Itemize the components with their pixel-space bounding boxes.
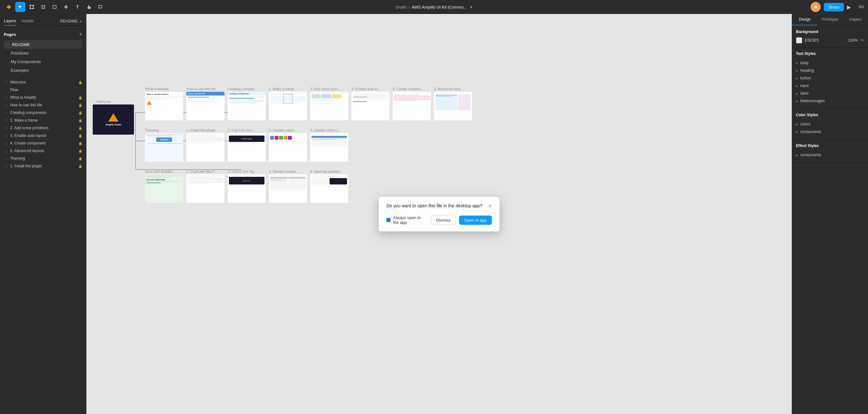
tab-prototype[interactable]: Prototype — [817, 14, 843, 25]
color-style-colors[interactable]: ▶ colors — [796, 120, 864, 128]
comment-tool-button[interactable] — [95, 2, 105, 12]
page-item-examples[interactable]: Examples — [4, 66, 82, 74]
layer-flow[interactable]: ⋯ Flow — [0, 86, 86, 94]
enable-auto-thumb: Enable auto layout — [351, 92, 390, 120]
log-in-frame: 2. Log in to your ... Amplify Studio — [228, 128, 266, 162]
make-frame-frame: 1. Make a frame — [269, 87, 307, 120]
menu-button[interactable] — [4, 2, 14, 12]
pages-title: Pages — [4, 32, 16, 37]
creating-components-label: Creating compon... — [228, 87, 266, 91]
background-title: Background — [796, 30, 864, 34]
frame-tool-button[interactable] — [38, 2, 48, 12]
page-item-my-components[interactable]: My Components — [4, 58, 82, 66]
text-style-heading[interactable]: ▶ heading — [796, 67, 864, 74]
layer-make-frame[interactable]: ⬚ 1. Make a frame 🔒 — [0, 117, 86, 124]
frame-icon-small: ⬚ — [93, 100, 96, 103]
svg-rect-2 — [33, 5, 34, 6]
review-frame-group: 3. Review compo... — [269, 169, 307, 203]
what-is-amplify-label: What is Amplify — [145, 87, 183, 91]
dialog-close-button[interactable]: × — [488, 203, 492, 209]
lock-icon: 🔒 — [79, 134, 82, 137]
syncing-updates-frame: 4. Syncing updates — [310, 169, 348, 203]
background-color-swatch[interactable] — [796, 37, 802, 43]
make-frame-thumb — [269, 92, 307, 120]
tab-assets[interactable]: Assets — [21, 17, 34, 26]
sync-frame-group: Sync with Amplify... Sync with Amplify S… — [145, 169, 183, 203]
review-label: 3. Review compo... — [269, 169, 307, 173]
hand-tool-button[interactable] — [84, 2, 94, 12]
add-page-button[interactable]: + — [79, 31, 82, 38]
layer-what-is-amplify[interactable]: ⬚ What is Amplify 🔒 — [0, 94, 86, 101]
layer-add-primitives[interactable]: ⬚ 2. Add some primitives 🔒 — [0, 124, 86, 132]
color-style-components[interactable]: ▶ components — [796, 128, 864, 135]
layer-creating-components[interactable]: ⬚ Creating components 🔒 — [0, 109, 86, 117]
tab-design[interactable]: Design — [792, 14, 817, 25]
dialog-footer: Always open in the app Dismiss Open in a… — [386, 215, 492, 225]
page-item-readme[interactable]: ✓ README — [4, 40, 82, 49]
eye-icon[interactable]: 👁 — [860, 38, 864, 42]
layer-enable-auto[interactable]: ⬚ 3. Enable auto-layout 🔒 — [0, 132, 86, 139]
text-style-body[interactable]: ▶ body — [796, 59, 864, 67]
layer-install-plugin[interactable]: ⬚ 1. Install the plugin 🔒 — [0, 162, 86, 170]
svg-rect-1 — [30, 5, 31, 6]
tab-layers[interactable]: Layers — [4, 17, 16, 26]
frame-icon: ⬚ — [4, 149, 8, 153]
drafts-link[interactable]: Drafts — [396, 5, 407, 9]
pages-header: Pages + — [4, 29, 82, 40]
page-breadcrumb[interactable]: README ▲ — [60, 17, 82, 26]
amplify-logo-icon — [108, 113, 118, 122]
text-style-label[interactable]: ▶ label — [796, 90, 864, 97]
dismiss-button[interactable]: Dismiss — [431, 215, 456, 225]
pages-section: Pages + ✓ README Primitives My Component… — [0, 26, 86, 77]
scale-tool-button[interactable] — [27, 2, 37, 12]
svg-rect-3 — [30, 8, 31, 9]
shape-tool-button[interactable] — [50, 2, 60, 12]
background-opacity-value: 100% — [848, 38, 858, 42]
effect-style-components[interactable]: ▶ components — [796, 151, 864, 159]
user-avatar[interactable]: N — [810, 2, 821, 12]
page-item-primitives[interactable]: Primitives — [4, 49, 82, 58]
welcome-logo-text: Amplify Studio — [105, 124, 121, 126]
layer-welcome[interactable]: ⬚ Welcome 🔒 — [0, 78, 86, 86]
log-in-thumb: Amplify Studio — [228, 133, 266, 162]
how-to-use-label: How to use this file — [186, 87, 224, 91]
lock-icon: 🔒 — [79, 103, 82, 107]
text-style-fieldmessages[interactable]: ▶ fieldmessages — [796, 97, 864, 105]
toolbar-tools: T — [4, 2, 105, 12]
advanced-layouts-thumb — [434, 92, 472, 120]
pen-tool-button[interactable] — [61, 2, 71, 12]
chevron-icon: ▶ — [796, 92, 799, 95]
move-tool-button[interactable] — [15, 2, 25, 12]
duplicate-label: 1. Duplicate this F... — [186, 169, 224, 173]
open-in-app-button[interactable]: Open in app — [459, 216, 492, 225]
layer-how-to-use[interactable]: ⬚ How to use this file 🔒 — [0, 101, 86, 109]
update-colors-frame: 3. Update colors — [269, 128, 307, 162]
layer-create-component[interactable]: ⬚ 4. Create component 🔒 — [0, 139, 86, 147]
row1-frames: What is Amplify What is Amplify Studio? … — [145, 87, 472, 120]
link-thumb: figma.com — [228, 174, 266, 203]
group-icon: ⋯ — [4, 88, 8, 92]
chevron-icon: ▶ — [796, 61, 799, 65]
frame-icon: ⬚ — [4, 134, 8, 138]
text-style-button[interactable]: ▶ button — [796, 74, 864, 82]
chevron-icon: ▶ — [796, 130, 799, 134]
layer-advanced-layouts[interactable]: ⬚ 5. Advanced layouts 🔒 — [0, 147, 86, 155]
text-style-input[interactable]: ▶ input — [796, 82, 864, 90]
layer-theming[interactable]: ⬚ Theming 🔒 — [0, 155, 86, 162]
toolbar: T Drafts / AWS Amplify UI Kit (Commu... … — [0, 0, 868, 14]
row2-frames: Theming Amplify UI 1. Install the plugin — [145, 128, 348, 162]
create-component-thumb — [393, 92, 431, 120]
share-button[interactable]: Share — [824, 3, 844, 11]
canvas[interactable]: ⬚ Welcome Amplify Studio — [86, 14, 792, 414]
what-is-amplify-thumb: What is Amplify Studio? — [145, 92, 183, 120]
title-chevron-icon[interactable]: ▾ — [470, 5, 472, 9]
tab-inspect[interactable]: Inspect — [843, 14, 868, 25]
svg-rect-4 — [33, 8, 34, 9]
present-button[interactable]: ▶ — [847, 4, 851, 10]
frame-icon: ⬚ — [4, 164, 8, 168]
toolbar-breadcrumb: Drafts / AWS Amplify UI Kit (Commu... ▾ — [396, 5, 472, 9]
text-styles-section: Text Styles ▶ body ▶ heading ▶ button ▶ … — [792, 47, 868, 109]
install-plugin-label: 1. Install the plugin — [186, 128, 224, 132]
always-open-checkbox[interactable] — [386, 218, 391, 222]
text-tool-button[interactable]: T — [72, 2, 83, 12]
